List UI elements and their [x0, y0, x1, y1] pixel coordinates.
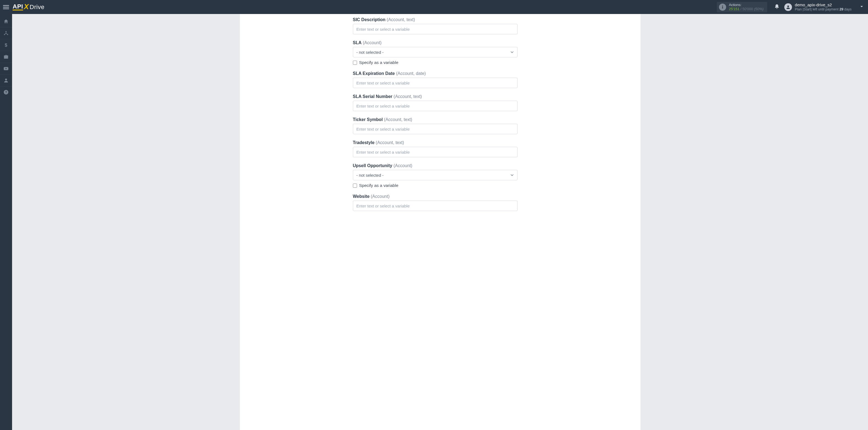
label-text-sla-expiration-date: SLA Expiration Date — [353, 71, 395, 76]
svg-point-3 — [787, 5, 789, 7]
label-sla: SLA (Account) — [353, 40, 518, 45]
label-hint-sic-description: (Account, text) — [387, 17, 415, 22]
sidebar-item-help[interactable]: ? — [0, 87, 12, 98]
sidebar-item-briefcase[interactable] — [0, 51, 12, 63]
hamburger-icon — [3, 4, 9, 10]
field-ticker-symbol: Ticker Symbol (Account, text) — [353, 117, 518, 134]
canvas: SIC Description (Account, text)SLA (Acco… — [237, 14, 643, 430]
user-menu[interactable]: demo_apix-drive_s2 Plan |Start| left unt… — [784, 2, 851, 11]
bell-icon — [774, 4, 780, 9]
checkbox-row-sla: Specify as a variable — [353, 60, 518, 65]
actions-text: Actions: 25'151 / 50'000 (50%) — [729, 3, 764, 11]
avatar-icon — [786, 5, 790, 10]
chevron-down-icon — [509, 173, 515, 178]
svg-text:$: $ — [5, 42, 7, 48]
label-hint-sla-expiration-date: (Account, date) — [396, 71, 426, 76]
user-name: demo_apix-drive_s2 — [795, 2, 851, 7]
label-text-ticker-symbol: Ticker Symbol — [353, 117, 383, 122]
label-hint-ticker-symbol: (Account, text) — [384, 117, 412, 122]
label-upsell-opportunity: Upsell Opportunity (Account) — [353, 163, 518, 168]
account-icon — [3, 78, 9, 83]
plan-mid: | left until payment — [811, 7, 840, 11]
user-text: demo_apix-drive_s2 Plan |Start| left unt… — [795, 2, 851, 11]
input-sla-expiration-date[interactable] — [353, 78, 518, 88]
plan-name: Start — [804, 7, 811, 11]
page: SIC Description (Account, text)SLA (Acco… — [12, 0, 868, 430]
plan-days: 29 — [839, 7, 843, 11]
input-sic-description[interactable] — [353, 24, 518, 34]
actions-limit: 50'000 — [742, 7, 753, 11]
menu-toggle[interactable] — [0, 0, 12, 14]
checkbox-upsell-opportunity[interactable] — [353, 184, 357, 188]
svg-point-4 — [5, 31, 7, 32]
connections-icon — [3, 30, 9, 36]
form-card: SIC Description (Account, text)SLA (Acco… — [240, 14, 641, 430]
svg-rect-0 — [3, 5, 9, 5]
select-value-sla: - not selected - — [356, 50, 384, 55]
form-column: SIC Description (Account, text)SLA (Acco… — [353, 17, 518, 211]
field-sla-expiration-date: SLA Expiration Date (Account, date) — [353, 71, 518, 88]
svg-rect-2 — [3, 8, 9, 9]
label-website: Website (Account) — [353, 194, 518, 199]
input-sla-serial-number[interactable] — [353, 101, 518, 111]
plan-prefix: Plan | — [795, 7, 804, 11]
topbar: API X Drive i Actions: 25'151 / 50'000 (… — [0, 0, 868, 14]
label-sla-serial-number: SLA Serial Number (Account, text) — [353, 94, 518, 99]
logo-part-x: X — [24, 2, 29, 11]
sidebar-item-billing[interactable]: $ — [0, 39, 12, 51]
checkbox-label-upsell-opportunity[interactable]: Specify as a variable — [359, 183, 399, 188]
plan-suffix: days — [843, 7, 851, 11]
actions-pct: (50%) — [754, 7, 764, 11]
home-icon — [3, 19, 9, 24]
svg-rect-1 — [3, 7, 9, 7]
label-ticker-symbol: Ticker Symbol (Account, text) — [353, 117, 518, 122]
briefcase-icon — [3, 54, 9, 60]
sidebar-item-home[interactable] — [0, 16, 12, 27]
checkbox-sla[interactable] — [353, 61, 357, 65]
label-text-website: Website — [353, 194, 370, 199]
label-hint-upsell-opportunity: (Account) — [394, 163, 412, 168]
actions-values: 25'151 / 50'000 (50%) — [729, 7, 764, 11]
avatar — [784, 3, 792, 11]
checkbox-label-sla[interactable]: Specify as a variable — [359, 60, 399, 65]
sidebar-item-account[interactable] — [0, 74, 12, 86]
notifications-button[interactable] — [772, 4, 781, 10]
select-upsell-opportunity[interactable]: - not selected - — [353, 170, 518, 180]
label-tradestyle: Tradestyle (Account, text) — [353, 140, 518, 145]
label-sla-expiration-date: SLA Expiration Date (Account, date) — [353, 71, 518, 76]
label-text-sic-description: SIC Description — [353, 17, 385, 22]
input-tradestyle[interactable] — [353, 147, 518, 157]
logo[interactable]: API X Drive — [12, 3, 44, 11]
user-menu-caret[interactable] — [859, 4, 864, 10]
chevron-down-icon — [859, 4, 864, 9]
actions-label: Actions: — [729, 3, 764, 7]
sidebar-item-connections[interactable] — [0, 27, 12, 39]
label-hint-sla-serial-number: (Account, text) — [394, 94, 422, 99]
billing-icon: $ — [3, 42, 9, 48]
label-hint-website: (Account) — [371, 194, 390, 199]
checkbox-row-upsell-opportunity: Specify as a variable — [353, 183, 518, 188]
svg-text:?: ? — [5, 90, 7, 94]
field-tradestyle: Tradestyle (Account, text) — [353, 140, 518, 157]
info-icon: i — [719, 4, 726, 11]
input-website[interactable] — [353, 201, 518, 211]
label-text-tradestyle: Tradestyle — [353, 140, 375, 145]
label-text-sla-serial-number: SLA Serial Number — [353, 94, 393, 99]
select-sla[interactable]: - not selected - — [353, 47, 518, 57]
field-sla: SLA (Account)- not selected -Specify as … — [353, 40, 518, 65]
actions-indicator[interactable]: i Actions: 25'151 / 50'000 (50%) — [717, 2, 767, 12]
field-sic-description: SIC Description (Account, text) — [353, 17, 518, 34]
sidebar-item-youtube[interactable] — [0, 63, 12, 74]
label-text-sla: SLA — [353, 40, 362, 45]
label-hint-tradestyle: (Account, text) — [376, 140, 404, 145]
actions-slash: / — [740, 7, 743, 11]
youtube-icon — [3, 66, 9, 71]
svg-point-9 — [5, 79, 7, 81]
input-ticker-symbol[interactable] — [353, 124, 518, 134]
label-sic-description: SIC Description (Account, text) — [353, 17, 518, 22]
logo-part-drive: Drive — [30, 4, 44, 11]
label-hint-sla: (Account) — [363, 40, 381, 45]
field-website: Website (Account) — [353, 194, 518, 211]
select-value-upsell-opportunity: - not selected - — [356, 173, 384, 178]
chevron-down-icon — [509, 50, 515, 55]
